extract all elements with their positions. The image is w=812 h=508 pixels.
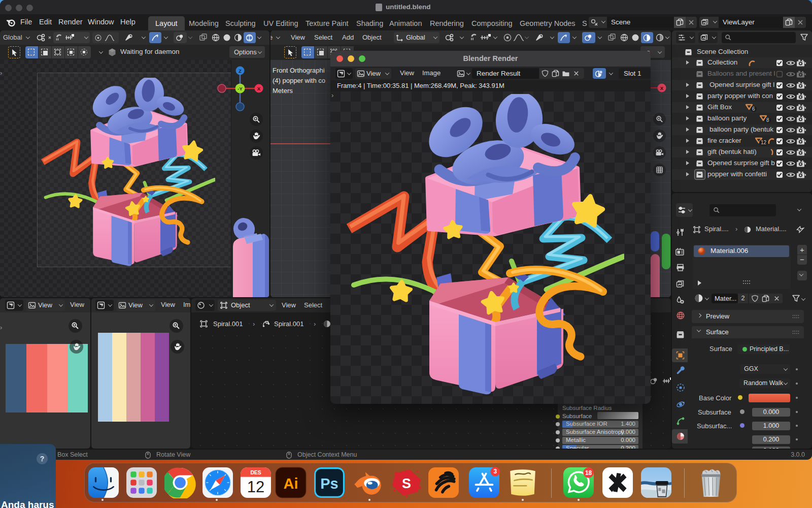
svg-text:Z: Z	[239, 68, 242, 74]
svg-text:Ps: Ps	[320, 475, 338, 492]
svg-text:-Y: -Y	[238, 86, 243, 91]
svg-text:Ai: Ai	[284, 475, 298, 492]
svg-text:X: X	[257, 86, 261, 91]
svg-text:DES: DES	[250, 470, 261, 475]
svg-text:3: 3	[493, 468, 497, 475]
svg-text:12: 12	[247, 478, 264, 496]
svg-text:X: X	[660, 85, 664, 91]
svg-text:S: S	[402, 476, 411, 491]
svg-text:18: 18	[585, 469, 592, 477]
